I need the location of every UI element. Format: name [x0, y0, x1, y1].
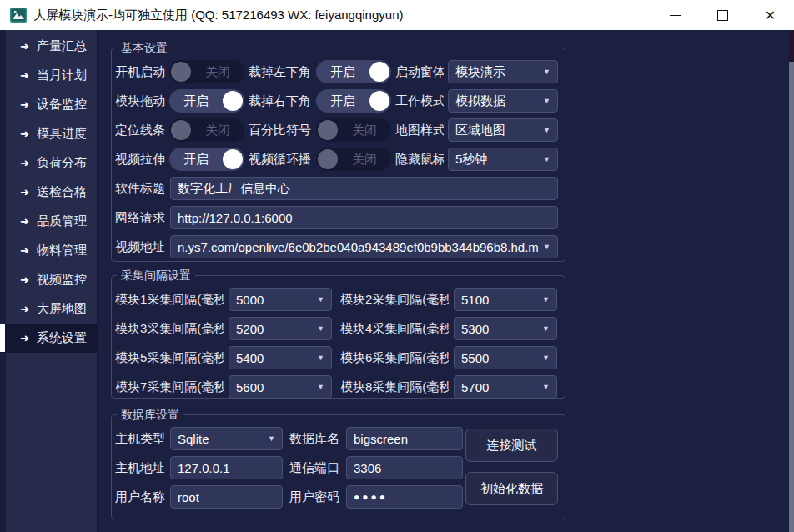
toggle-video-loop[interactable]: 关闭 [316, 148, 391, 171]
select-host-type[interactable]: Sqlite ▼ [170, 427, 283, 450]
arrow-right-icon: ➜ [20, 332, 29, 344]
sidebar-item-bigscreen-map[interactable]: ➜ 大屏地图 [0, 294, 97, 324]
sidebar-item-label: 物料管理 [37, 243, 87, 258]
toggle-boot-startup[interactable]: 关闭 [169, 60, 244, 83]
interval-row-2: 模块3采集间隔(毫秒) 5200 ▼ 模块4采集间隔(毫秒) 5300 ▼ [115, 317, 558, 340]
basic-row-video-address: 视频地址 n.ys7.com/openlive/6e0b2be040a94348… [115, 235, 558, 258]
sidebar-item-label: 视频监控 [37, 272, 87, 288]
select-module8-interval[interactable]: 5700 ▼ [454, 375, 557, 399]
sidebar-item-production-summary[interactable]: ➜ 产量汇总 [0, 32, 97, 61]
sidebar-item-load-distribution[interactable]: ➜ 负荷分布 [0, 148, 97, 178]
label-map-style: 地图样式 [395, 123, 444, 138]
label-hide-cursor: 隐藏鼠标 [395, 152, 444, 168]
connection-test-button[interactable]: 连接测试 [465, 429, 558, 462]
select-module1-interval[interactable]: 5000 ▼ [229, 288, 332, 311]
input-network-request[interactable]: http://127.0.0.1:6000 [170, 206, 558, 229]
group-title: 基本设置 [117, 41, 172, 55]
chevron-down-icon: ▼ [263, 434, 275, 443]
sidebar-item-system-settings[interactable]: ➜ 系统设置 [0, 324, 97, 353]
select-module5-interval[interactable]: 5400 ▼ [229, 346, 332, 369]
label-software-title: 软件标题 [115, 181, 165, 197]
toggle-percent-symbol[interactable]: 关闭 [316, 118, 391, 142]
arrow-right-icon: ➜ [20, 157, 29, 169]
label-username: 用户名称 [115, 489, 165, 505]
arrow-right-icon: ➜ [20, 186, 29, 198]
scrollbar-thumb[interactable] [789, 30, 794, 62]
sidebar-item-equipment-monitor[interactable]: ➜ 设备监控 [0, 90, 97, 119]
input-software-title[interactable]: 数字化工厂信息中心 [170, 177, 558, 200]
basic-row-1: 开机启动 关闭 裁掉左下角 开启 启动窗体 模块演示 ▼ [115, 60, 558, 83]
chevron-down-icon: ▼ [537, 383, 550, 391]
label-port: 通信端口 [289, 460, 341, 476]
close-button[interactable]: ✕ [746, 0, 794, 30]
toggle-knob [171, 120, 191, 140]
window-title: 大屏模块演示-均可独立使用 (QQ: 517216493 WX: feiyang… [33, 8, 403, 23]
label-video-address: 视频地址 [115, 239, 165, 255]
sidebar-item-label: 设备监控 [37, 97, 87, 113]
arrow-right-icon: ➜ [20, 274, 29, 286]
toggle-knob [369, 91, 389, 111]
basic-row-network-request: 网络请求 http://127.0.0.1:6000 [115, 206, 558, 229]
label-host-type: 主机类型 [115, 431, 165, 447]
sidebar-item-label: 品质管理 [37, 213, 87, 229]
app-icon [10, 8, 27, 23]
select-module7-interval[interactable]: 5600 ▼ [229, 375, 332, 399]
toggle-video-stretch[interactable]: 开启 [169, 148, 244, 171]
arrow-right-icon: ➜ [20, 303, 29, 315]
select-module6-interval[interactable]: 5500 ▼ [454, 346, 557, 369]
toggle-position-line[interactable]: 关闭 [169, 118, 244, 142]
sidebar-item-quality-management[interactable]: ➜ 品质管理 [0, 207, 97, 236]
vertical-scrollbar[interactable] [789, 30, 794, 532]
input-database-name[interactable]: bigscreen [346, 427, 463, 450]
select-work-mode[interactable]: 模拟数据 ▼ [448, 89, 558, 113]
label-work-mode: 工作模式 [395, 93, 444, 109]
select-module2-interval[interactable]: 5100 ▼ [454, 288, 557, 311]
select-map-style[interactable]: 区域地图 ▼ [448, 118, 558, 142]
chevron-down-icon: ▼ [312, 295, 324, 304]
sidebar-item-monthly-plan[interactable]: ➜ 当月计划 [0, 61, 97, 90]
minimize-button[interactable] [651, 0, 699, 30]
chevron-down-icon: ▼ [538, 243, 550, 251]
maximize-button[interactable] [699, 0, 746, 30]
input-port[interactable]: 3306 [346, 456, 463, 479]
arrow-right-icon: ➜ [20, 69, 29, 82]
select-hide-cursor[interactable]: 5秒钟 ▼ [448, 148, 558, 171]
arrow-right-icon: ➜ [20, 98, 29, 111]
sidebar-item-mold-progress[interactable]: ➜ 模具进度 [0, 119, 97, 148]
arrow-right-icon: ➜ [20, 215, 29, 228]
group-title: 采集间隔设置 [117, 269, 195, 283]
input-username[interactable]: root [170, 485, 283, 509]
toggle-knob [318, 120, 338, 140]
label-database-name: 数据库名 [289, 431, 341, 447]
toggle-module-drag[interactable]: 开启 [169, 89, 244, 113]
label-module7-interval: 模块7采集间隔(毫秒) [115, 379, 224, 395]
toggle-crop-bottom-right[interactable]: 开启 [316, 89, 391, 113]
group-database-settings: 数据库设置 主机类型 Sqlite ▼ 数据库名 bigscreen 主机地址 … [111, 414, 565, 519]
sidebar-item-label: 系统设置 [37, 330, 87, 346]
sidebar-item-label: 模具进度 [37, 126, 87, 142]
label-module5-interval: 模块5采集间隔(毫秒) [115, 350, 224, 366]
toggle-crop-bottom-left[interactable]: 开启 [316, 60, 391, 83]
arrow-right-icon: ➜ [20, 244, 29, 257]
input-password[interactable]: ●●●● [346, 485, 463, 509]
sidebar-item-label: 送检合格 [37, 184, 87, 200]
input-host-address[interactable]: 127.0.0.1 [170, 456, 283, 479]
arrow-right-icon: ➜ [20, 40, 29, 53]
basic-row-software-title: 软件标题 数字化工厂信息中心 [115, 177, 558, 200]
sidebar-item-inspection-pass[interactable]: ➜ 送检合格 [0, 178, 97, 207]
interval-row-1: 模块1采集间隔(毫秒) 5000 ▼ 模块2采集间隔(毫秒) 5100 ▼ [115, 288, 558, 311]
label-module-drag: 模块拖动 [115, 93, 165, 109]
label-module3-interval: 模块3采集间隔(毫秒) [115, 321, 224, 337]
label-module4-interval: 模块4采集间隔(毫秒) [340, 321, 449, 337]
label-module2-interval: 模块2采集间隔(毫秒) [340, 292, 449, 308]
init-data-button[interactable]: 初始化数据 [465, 472, 558, 505]
chevron-down-icon: ▼ [537, 295, 550, 304]
group-basic-settings: 基本设置 开机启动 关闭 裁掉左下角 开启 启动窗体 模块演示 ▼ 模块拖动 开… [111, 48, 565, 262]
sidebar-item-video-monitor[interactable]: ➜ 视频监控 [0, 265, 97, 294]
basic-row-2: 模块拖动 开启 裁掉右下角 开启 工作模式 模拟数据 ▼ [115, 89, 558, 113]
sidebar-item-material-management[interactable]: ➜ 物料管理 [0, 236, 97, 265]
select-start-window[interactable]: 模块演示 ▼ [448, 60, 558, 83]
select-module3-interval[interactable]: 5200 ▼ [229, 317, 332, 340]
select-video-address[interactable]: n.ys7.com/openlive/6e0b2be040a943489ef0b… [170, 235, 558, 258]
select-module4-interval[interactable]: 5300 ▼ [454, 317, 557, 340]
